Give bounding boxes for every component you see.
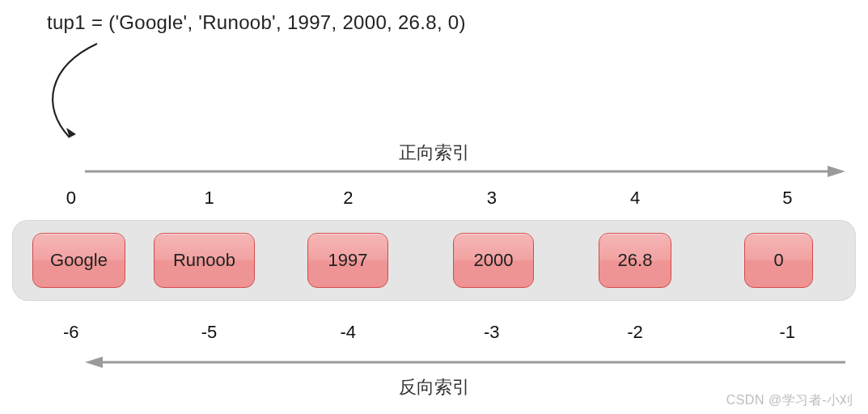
tuple-item-4: 26.8 [599, 233, 671, 288]
positive-index-3: 3 [420, 188, 564, 209]
positive-index-0: 0 [0, 188, 142, 209]
positive-index-2: 2 [277, 188, 421, 209]
positive-index-5: 5 [707, 188, 869, 209]
negative-index-2: -4 [277, 322, 421, 343]
spacer [534, 260, 599, 261]
svg-marker-3 [85, 357, 103, 368]
reverse-index-label: 反向索引 [0, 375, 868, 399]
spacer [671, 260, 744, 261]
spacer [125, 260, 154, 261]
tuple-item-5: 0 [744, 233, 813, 288]
tuple-cells: GoogleRunoob1997200026.80 [0, 220, 868, 301]
negative-index-3: -3 [420, 322, 564, 343]
code-line: tup1 = ('Google', 'Runoob', 1997, 2000, … [47, 11, 466, 34]
positive-index-1: 1 [142, 188, 277, 209]
diagram-root: tup1 = ('Google', 'Runoob', 1997, 2000, … [0, 0, 868, 414]
forward-index-label: 正向索引 [0, 141, 868, 165]
spacer [255, 260, 307, 261]
reverse-arrow-icon [85, 356, 845, 369]
tuple-item-3: 2000 [453, 233, 534, 288]
svg-marker-1 [828, 166, 845, 177]
negative-index-5: -1 [707, 322, 869, 343]
negative-index-row: -6-5-4-3-2-1 [0, 322, 868, 343]
tuple-item-2: 1997 [307, 233, 388, 288]
positive-index-4: 4 [564, 188, 707, 209]
negative-index-1: -5 [142, 322, 277, 343]
forward-arrow-icon [85, 165, 845, 178]
tuple-item-1: Runoob [154, 233, 255, 288]
tuple-item-0: Google [32, 233, 125, 288]
spacer [388, 260, 453, 261]
positive-index-row: 012345 [0, 188, 868, 209]
curve-arrow-icon [32, 34, 121, 147]
negative-index-0: -6 [0, 322, 142, 343]
negative-index-4: -2 [564, 322, 707, 343]
spacer [0, 260, 32, 261]
